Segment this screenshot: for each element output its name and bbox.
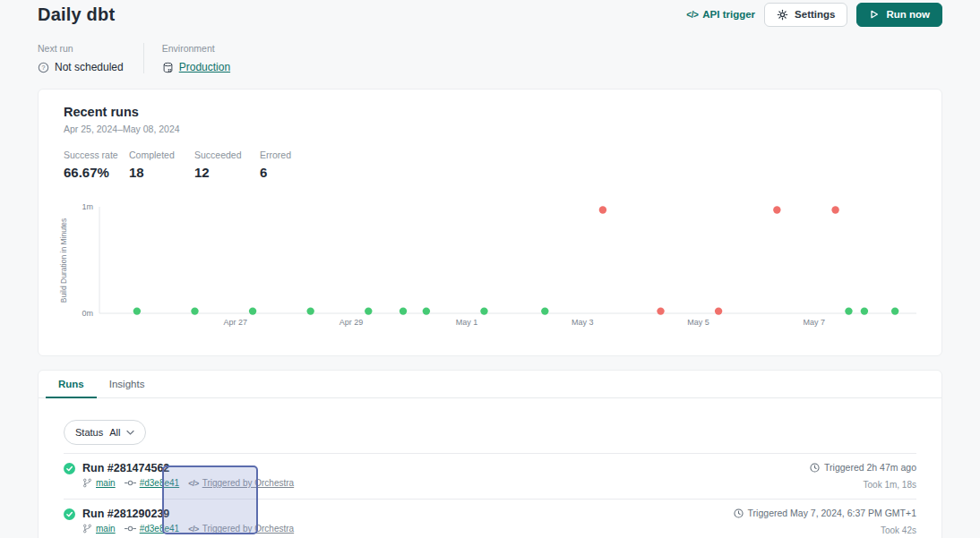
next-run-label: Next run (38, 43, 124, 54)
job-meta: Next run ? Not scheduled Environment Pro… (38, 43, 230, 73)
run-dot-succeeded[interactable] (306, 307, 314, 314)
next-run-value: ? Not scheduled (38, 61, 124, 73)
run-list: Run #281474562 main (64, 453, 916, 538)
y-tick-label: 1m (82, 202, 93, 211)
stat-value: 12 (194, 165, 260, 180)
run-dot-succeeded[interactable] (365, 307, 372, 314)
stat-value: 66.67% (64, 165, 129, 180)
run-now-button[interactable]: Run now (856, 3, 942, 27)
question-circle-icon: ? (38, 62, 49, 73)
run-dot-succeeded[interactable] (249, 307, 256, 314)
tab-bar: Runs Insights (39, 371, 941, 398)
trigger-link-item: </> Triggered by Orchestra (188, 524, 294, 534)
run-row-right: Triggered May 7, 2024, 6:37 PM GMT+1 Too… (734, 508, 916, 535)
x-tick-label: Apr 29 (340, 318, 364, 327)
stats-row: Success rate 66.67% Completed 18 Succeed… (64, 149, 916, 180)
stat-label: Completed (129, 149, 194, 160)
api-trigger-link[interactable]: </> API trigger (686, 9, 755, 20)
recent-runs-header: Recent runs Apr 25, 2024–May 08, 2024 Su… (39, 90, 941, 180)
run-now-label: Run now (886, 9, 930, 20)
y-axis-title: Build Duration in Minutes (59, 218, 68, 303)
commit-link-item: #d3e8e41 (125, 478, 180, 488)
run-dot-errored[interactable] (715, 307, 722, 314)
tab-insights[interactable]: Insights (97, 371, 158, 397)
clock-icon (734, 508, 744, 518)
trigger-link-item: </> Triggered by Orchestra (188, 478, 294, 488)
run-row-left: Run #281290239 main (64, 508, 294, 534)
environment-label: Environment (162, 43, 230, 54)
status-filter-value: All (109, 427, 120, 438)
environment-link[interactable]: Production (179, 61, 230, 73)
triggered-by-link[interactable]: Triggered by Orchestra (202, 478, 294, 488)
runs-card: Runs Insights Status All (38, 370, 942, 538)
environment-value: Production (162, 61, 230, 73)
branch-link-item: main (82, 478, 116, 488)
recent-runs-card: Recent runs Apr 25, 2024–May 08, 2024 Su… (38, 89, 942, 356)
stat-label: Succeeded (194, 149, 260, 160)
run-dot-succeeded[interactable] (423, 307, 430, 314)
stat-succeeded: Succeeded 12 (194, 149, 260, 180)
chevron-down-icon (126, 430, 134, 436)
run-dot-succeeded[interactable] (400, 307, 407, 314)
run-row[interactable]: Run #281290239 main (64, 500, 916, 538)
duration-chart: 0m1mBuild Duration in MinutesApr 27Apr 2… (39, 193, 943, 337)
next-run-group: Next run ? Not scheduled (38, 43, 124, 73)
recent-runs-title: Recent runs (64, 105, 916, 119)
status-filter-label: Status (75, 427, 103, 438)
stat-value: 6 (260, 165, 325, 180)
branch-link[interactable]: main (96, 478, 116, 488)
tab-runs[interactable]: Runs (46, 371, 97, 397)
meta-divider (143, 43, 144, 73)
run-dot-succeeded[interactable] (845, 307, 852, 314)
date-range: Apr 25, 2024–May 08, 2024 (64, 124, 916, 134)
run-name-link[interactable]: Run #281474562 (82, 462, 169, 474)
git-branch-icon (82, 524, 92, 534)
environment-group: Environment Production (162, 43, 230, 73)
api-trigger-label: API trigger (702, 9, 755, 20)
svg-text:?: ? (42, 64, 46, 70)
stat-completed: Completed 18 (129, 149, 194, 180)
stat-value: 18 (129, 165, 194, 180)
run-dot-succeeded[interactable] (480, 307, 487, 314)
branch-link-item: main (82, 524, 116, 534)
success-check-icon (64, 463, 75, 474)
stat-label: Success rate (64, 149, 129, 160)
run-row-right: Triggered 2h 47m ago Took 1m, 18s (810, 462, 916, 490)
triggered-by-link[interactable]: Triggered by Orchestra (202, 524, 294, 534)
run-dot-errored[interactable] (599, 206, 606, 213)
triggered-text: Triggered May 7, 2024, 6:37 PM GMT+1 (748, 508, 916, 518)
run-dot-errored[interactable] (831, 206, 838, 213)
page-title: Daily dbt (38, 4, 115, 25)
branch-link[interactable]: main (96, 524, 116, 534)
run-dot-succeeded[interactable] (541, 307, 548, 314)
stat-success-rate: Success rate 66.67% (64, 149, 129, 180)
gear-icon (777, 9, 788, 21)
git-branch-icon (82, 478, 92, 488)
status-filter-dropdown[interactable]: Status All (64, 420, 146, 445)
took-text: Took 1m, 18s (810, 480, 916, 490)
run-dot-succeeded[interactable] (191, 307, 198, 314)
play-icon (869, 9, 880, 20)
commit-link[interactable]: #d3e8e41 (140, 478, 180, 488)
took-text: Took 42s (734, 525, 916, 535)
run-dot-errored[interactable] (657, 307, 664, 314)
x-tick-label: May 3 (572, 318, 594, 327)
run-row[interactable]: Run #281474562 main (64, 454, 916, 500)
commit-icon (125, 525, 136, 533)
commit-link-item: #d3e8e41 (125, 524, 180, 534)
code-icon: </> (188, 479, 199, 488)
run-dot-errored[interactable] (773, 206, 780, 213)
database-icon (162, 62, 174, 73)
run-dot-succeeded[interactable] (861, 307, 868, 314)
code-icon: </> (188, 525, 199, 534)
runs-content: Status All Run #281474562 (39, 398, 941, 538)
run-dot-succeeded[interactable] (891, 307, 898, 314)
run-name-link[interactable]: Run #281290239 (82, 508, 169, 520)
success-check-icon (64, 508, 75, 520)
run-dot-succeeded[interactable] (133, 307, 141, 314)
settings-label: Settings (795, 9, 835, 20)
commit-link[interactable]: #d3e8e41 (140, 524, 180, 534)
commit-icon (125, 479, 136, 487)
settings-button[interactable]: Settings (764, 3, 847, 27)
x-tick-label: May 7 (803, 318, 825, 327)
